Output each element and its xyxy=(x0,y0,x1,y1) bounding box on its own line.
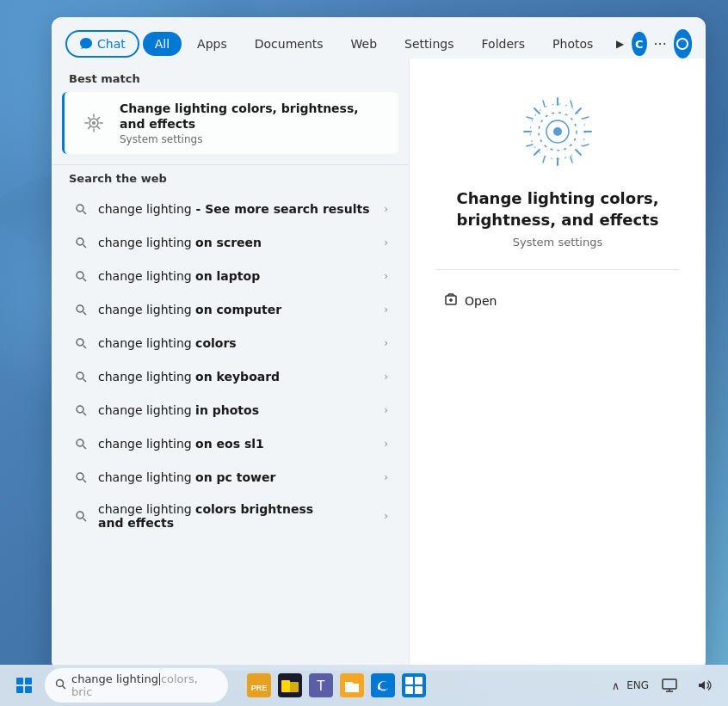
svg-line-43 xyxy=(571,157,572,163)
chat-icon xyxy=(79,37,93,51)
taskbar-app-store[interactable] xyxy=(400,672,428,699)
svg-text:T: T xyxy=(317,678,325,693)
play-button[interactable]: ▶ xyxy=(612,31,628,57)
svg-line-21 xyxy=(83,379,87,383)
svg-line-6 xyxy=(89,118,90,120)
svg-line-42 xyxy=(543,101,545,107)
store-icon xyxy=(402,673,426,697)
svg-text:PRE: PRE xyxy=(251,684,268,692)
taskbar-app-file-explorer[interactable] xyxy=(276,672,304,699)
web-item-text-0: change lighting - See more search result… xyxy=(98,202,375,216)
svg-point-24 xyxy=(77,439,83,446)
tab-apps[interactable]: Apps xyxy=(185,32,239,56)
search-icon-6 xyxy=(72,402,89,419)
tab-all[interactable]: All xyxy=(143,32,182,56)
chevron-icon-8: › xyxy=(384,471,388,483)
svg-rect-55 xyxy=(16,686,23,693)
svg-point-26 xyxy=(77,473,83,480)
svg-rect-70 xyxy=(415,677,423,685)
svg-point-33 xyxy=(553,127,562,136)
web-search-item-6[interactable]: change lighting in photos › xyxy=(59,394,402,427)
file-explorer-icon xyxy=(278,673,302,697)
taskbar: change lightingcolors, bric PRE T xyxy=(0,665,728,706)
main-content: Best match xyxy=(52,58,706,671)
web-item-text-3: change lighting on computer xyxy=(98,303,375,316)
svg-line-58 xyxy=(63,686,66,690)
bing-button[interactable] xyxy=(674,29,692,58)
chevron-icon-9: › xyxy=(384,510,388,522)
c-button[interactable]: C xyxy=(632,32,646,56)
svg-point-14 xyxy=(77,272,83,279)
svg-line-15 xyxy=(83,279,87,282)
bing-icon xyxy=(675,36,690,52)
svg-line-45 xyxy=(583,117,589,119)
svg-line-9 xyxy=(89,127,90,129)
tab-photos[interactable]: Photos xyxy=(540,32,605,56)
lang-indicator: ENG xyxy=(626,679,649,691)
taskbar-app-teams[interactable]: T xyxy=(307,672,335,699)
chevron-icon-3: › xyxy=(384,304,388,316)
svg-line-29 xyxy=(83,519,87,522)
search-icon-5 xyxy=(72,368,89,385)
search-icon-9 xyxy=(72,507,89,525)
web-search-item-7[interactable]: change lighting on eos sl1 › xyxy=(59,427,402,460)
svg-line-49 xyxy=(571,101,572,107)
search-icon-1 xyxy=(72,234,89,251)
svg-line-19 xyxy=(83,346,87,349)
chevron-icon-2: › xyxy=(384,270,388,282)
web-search-item-9[interactable]: change lighting colors brightnessand eff… xyxy=(59,494,402,537)
svg-line-38 xyxy=(534,108,540,114)
svg-rect-72 xyxy=(415,686,423,694)
best-match-title: Change lighting colors, brightness, and … xyxy=(120,101,385,132)
svg-line-23 xyxy=(83,413,87,416)
tab-chat[interactable]: Chat xyxy=(65,30,139,58)
left-panel: Best match xyxy=(52,58,409,671)
svg-point-10 xyxy=(77,205,83,212)
svg-line-48 xyxy=(543,157,545,163)
search-panel: Chat All Apps Documents Web Settings Fol… xyxy=(52,17,706,671)
open-button[interactable]: Open xyxy=(435,287,505,314)
right-panel: Change lighting colors, brightness, and … xyxy=(409,58,706,671)
more-options-button[interactable]: ··· xyxy=(651,36,670,52)
svg-rect-67 xyxy=(371,673,395,697)
speaker-icon xyxy=(696,678,712,693)
web-item-text-9: change lighting colors brightnessand eff… xyxy=(98,502,375,530)
volume-icon[interactable] xyxy=(690,672,718,699)
display-icon[interactable] xyxy=(656,672,683,699)
tab-web[interactable]: Web xyxy=(339,32,390,56)
taskbar-app-files[interactable] xyxy=(338,672,366,699)
taskbar-apps: PRE T xyxy=(245,672,428,699)
svg-line-44 xyxy=(527,144,533,146)
chevron-icon-5: › xyxy=(384,371,388,383)
taskbar-search[interactable]: change lightingcolors, bric xyxy=(45,668,228,703)
svg-line-25 xyxy=(83,446,87,450)
web-search-item-5[interactable]: change lighting on keyboard › xyxy=(59,360,402,393)
right-panel-title: Change lighting colors, brightness, and … xyxy=(435,187,680,230)
tab-settings[interactable]: Settings xyxy=(392,32,466,56)
search-web-label: Search the web xyxy=(52,172,409,192)
taskbar-app-edge[interactable] xyxy=(369,672,397,699)
web-search-item-0[interactable]: change lighting - See more search result… xyxy=(59,193,402,225)
svg-point-1 xyxy=(92,121,96,125)
svg-point-12 xyxy=(77,238,83,245)
svg-rect-63 xyxy=(287,682,299,692)
edge-icon xyxy=(371,673,395,697)
tray-caret[interactable]: ∧ xyxy=(612,679,620,692)
svg-point-20 xyxy=(77,372,83,379)
web-item-text-5: change lighting on keyboard xyxy=(98,370,375,384)
start-button[interactable] xyxy=(10,672,38,699)
web-search-item-4[interactable]: change lighting colors › xyxy=(59,327,402,359)
tab-documents[interactable]: Documents xyxy=(243,32,336,56)
taskbar-app-pre[interactable]: PRE xyxy=(245,672,273,699)
search-icon-4 xyxy=(72,335,89,352)
svg-line-46 xyxy=(527,117,533,119)
web-search-item-1[interactable]: change lighting on screen › xyxy=(59,226,402,259)
web-search-item-2[interactable]: change lighting on laptop › xyxy=(59,260,402,292)
web-search-item-3[interactable]: change lighting on computer › xyxy=(59,293,402,326)
best-match-item[interactable]: Change lighting colors, brightness, and … xyxy=(62,92,398,154)
svg-rect-56 xyxy=(25,686,32,693)
svg-line-13 xyxy=(83,245,87,249)
web-search-item-8[interactable]: change lighting on pc tower › xyxy=(59,461,402,494)
svg-line-17 xyxy=(83,312,87,316)
tab-folders[interactable]: Folders xyxy=(470,32,538,56)
